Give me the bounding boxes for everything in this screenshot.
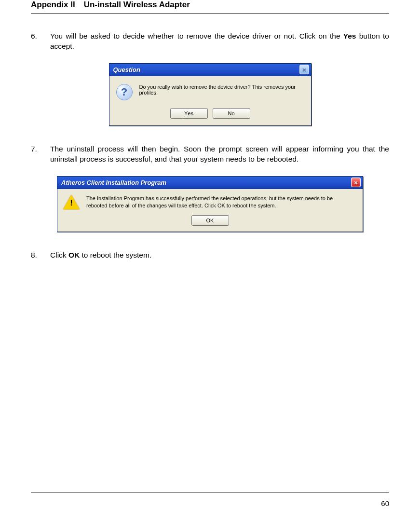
step-8-number: 8. — [31, 250, 50, 260]
step-8-text-before: Click — [50, 251, 68, 259]
step-7-text: The uninstall process will then begin. S… — [50, 144, 389, 165]
step-7: 7. The uninstall process will then begin… — [31, 144, 389, 165]
dialog-question-titlebar[interactable]: Question × — [109, 64, 311, 76]
ok-button[interactable]: OK — [191, 215, 229, 226]
page-number: 60 — [381, 499, 389, 507]
dialog-install-wrap: Atheros Client Installation Program × Th… — [31, 176, 389, 232]
no-underline: N — [228, 110, 231, 116]
step-6-bold: Yes — [343, 32, 356, 40]
yes-rest: es — [188, 110, 193, 116]
dialog-question: Question × ? Do you really wish to remov… — [109, 63, 312, 126]
step-6-text-before: You will be asked to decide whether to r… — [50, 32, 343, 40]
footer-rule — [31, 493, 389, 493]
dialog-install: Atheros Client Installation Program × Th… — [57, 176, 363, 232]
yes-underline: Y — [184, 110, 188, 116]
dialog-question-wrap: Question × ? Do you really wish to remov… — [31, 63, 389, 126]
appendix-label: Appendix II — [31, 0, 75, 10]
no-button[interactable]: No — [213, 108, 250, 119]
step-8: 8. Click OK to reboot the system. — [31, 250, 389, 260]
close-icon[interactable]: × — [351, 178, 361, 187]
dialog-install-buttons: OK — [57, 213, 363, 232]
close-icon[interactable]: × — [299, 65, 309, 74]
warning-icon — [63, 195, 80, 209]
dialog-question-title: Question — [113, 66, 299, 73]
page-header: Appendix II Un-install Wireless Adapter — [31, 0, 389, 10]
dialog-install-titlebar[interactable]: Atheros Client Installation Program × — [57, 177, 363, 189]
yes-button[interactable]: Yes — [170, 108, 208, 119]
dialog-question-message: Do you really wish to remove the device … — [139, 84, 302, 96]
page-title: Un-install Wireless Adapter — [84, 0, 190, 10]
step-8-bold: OK — [68, 251, 80, 259]
step-6-text: You will be asked to decide whether to r… — [50, 31, 389, 52]
dialog-install-title: Atheros Client Installation Program — [61, 179, 351, 186]
step-6-number: 6. — [31, 31, 50, 52]
step-8-text: Click OK to reboot the system. — [50, 250, 389, 260]
dialog-install-body: The Installation Program has successfull… — [57, 189, 363, 213]
header-rule — [31, 14, 389, 14]
dialog-question-body: ? Do you really wish to remove the devic… — [109, 76, 311, 105]
step-7-number: 7. — [31, 144, 50, 165]
dialog-install-message: The Installation Program has successfull… — [86, 195, 355, 209]
question-icon: ? — [116, 84, 133, 100]
step-8-text-after: to reboot the system. — [80, 251, 151, 259]
no-rest: o — [231, 110, 234, 116]
dialog-question-buttons: Yes No — [109, 105, 311, 125]
step-6: 6. You will be asked to decide whether t… — [31, 31, 389, 52]
